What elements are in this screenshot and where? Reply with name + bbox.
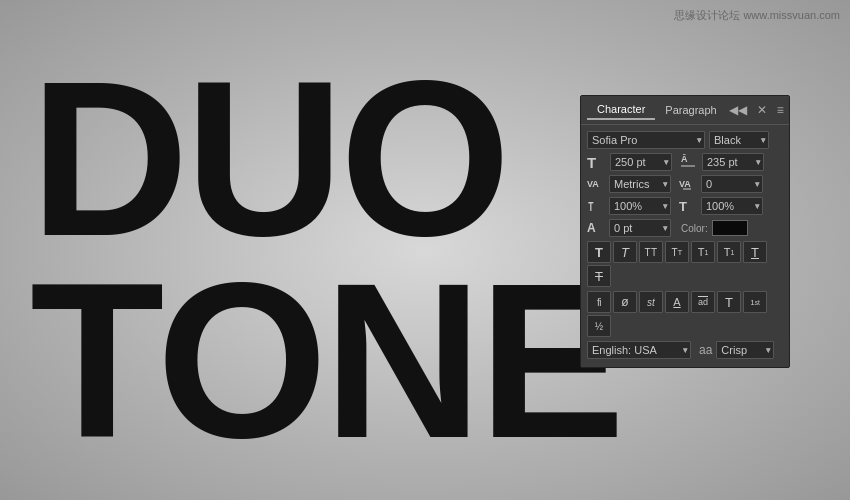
style-buttons-row1: T T TT TT T1 T1 T T bbox=[587, 241, 783, 287]
font-row: Sofia Pro ▾ Black ▾ bbox=[587, 131, 783, 149]
leading-select[interactable]: 235 pt bbox=[702, 153, 764, 171]
style-oldstyle[interactable]: ad bbox=[691, 291, 715, 313]
style-strikethrough[interactable]: T bbox=[587, 265, 611, 287]
tracking-icon: VA bbox=[679, 177, 697, 191]
horiz-scale-select[interactable]: 100% bbox=[701, 197, 763, 215]
style-small-caps[interactable]: TT bbox=[665, 241, 689, 263]
font-style-select[interactable]: Black bbox=[709, 131, 769, 149]
panel-tabs: Character Paragraph bbox=[587, 100, 727, 120]
vert-scale-icon: T bbox=[587, 199, 605, 214]
kerning-icon: VA bbox=[587, 179, 605, 189]
kerning-select[interactable]: Metrics bbox=[609, 175, 671, 193]
leading-icon: Ā bbox=[680, 154, 698, 170]
duo-text: DUO bbox=[30, 58, 507, 260]
baseline-color-row: A 0 pt ▾ Color: bbox=[587, 219, 783, 237]
canvas-background: 思缘设计论坛 www.missvuan.com DUO TONE Charact… bbox=[0, 0, 850, 500]
baseline-select[interactable]: 0 pt bbox=[609, 219, 671, 237]
panel-menu-icon[interactable]: ≡ bbox=[775, 103, 786, 117]
panel-body: Sofia Pro ▾ Black ▾ T 250 pt bbox=[581, 125, 789, 367]
horiz-scale-icon: T bbox=[679, 199, 697, 214]
style-fractions[interactable]: ½ bbox=[587, 315, 611, 337]
color-label: Color: bbox=[681, 223, 708, 234]
panel-collapse-icon[interactable]: ◀◀ bbox=[727, 103, 749, 117]
language-wrap: English: USA ▾ bbox=[587, 341, 691, 359]
scale-row: T 100% ▾ T 100% ▾ bbox=[587, 197, 783, 215]
svg-text:Ā: Ā bbox=[681, 154, 688, 164]
panel-titlebar-icons: ◀◀ ✕ ≡ bbox=[727, 103, 786, 117]
style-titling[interactable]: T bbox=[717, 291, 741, 313]
vert-scale-wrap: 100% ▾ bbox=[609, 197, 671, 215]
style-underline[interactable]: T bbox=[743, 241, 767, 263]
tab-character[interactable]: Character bbox=[587, 100, 655, 120]
panel-close-icon[interactable]: ✕ bbox=[755, 103, 769, 117]
font-name-select[interactable]: Sofia Pro bbox=[587, 131, 705, 149]
tracking-svg-icon: VA bbox=[679, 177, 695, 191]
tab-paragraph[interactable]: Paragraph bbox=[655, 100, 726, 120]
svg-text:VA: VA bbox=[679, 179, 691, 189]
style-superscript2[interactable]: 1st bbox=[743, 291, 767, 313]
baseline-icon: A bbox=[587, 221, 605, 235]
color-swatch[interactable] bbox=[712, 220, 748, 236]
style-faux-italic[interactable]: T bbox=[613, 241, 637, 263]
size-select[interactable]: 250 pt bbox=[610, 153, 672, 171]
language-row: English: USA ▾ aa Crisp None Sharp Stron… bbox=[587, 341, 783, 359]
size-icon: T bbox=[587, 155, 605, 170]
style-ordinals[interactable]: A bbox=[665, 291, 689, 313]
size-wrap: 250 pt ▾ bbox=[610, 153, 672, 171]
tone-text: TONE bbox=[30, 260, 621, 462]
style-all-caps[interactable]: TT bbox=[639, 241, 663, 263]
font-name-wrap: Sofia Pro ▾ bbox=[587, 131, 705, 149]
language-select[interactable]: English: USA bbox=[587, 341, 691, 359]
aa-icon: aa bbox=[699, 343, 712, 357]
character-panel: Character Paragraph ◀◀ ✕ ≡ Sofia Pro ▾ bbox=[580, 95, 790, 368]
baseline-wrap: 0 pt ▾ bbox=[609, 219, 671, 237]
style-buttons-row2: fi ø st A ad T 1st ½ bbox=[587, 291, 783, 337]
tracking-select[interactable]: 0 bbox=[701, 175, 763, 193]
style-faux-bold[interactable]: T bbox=[587, 241, 611, 263]
size-leading-row: T 250 pt ▾ Ā 235 pt ▾ bbox=[587, 153, 783, 171]
horiz-scale-wrap: 100% ▾ bbox=[701, 197, 763, 215]
leading-svg-icon: Ā bbox=[680, 154, 696, 170]
style-superscript[interactable]: T1 bbox=[691, 241, 715, 263]
style-contextual[interactable]: ø bbox=[613, 291, 637, 313]
antialiasing-wrap: Crisp None Sharp Strong Smooth ▾ bbox=[716, 341, 774, 359]
vert-scale-select[interactable]: 100% bbox=[609, 197, 671, 215]
kerning-tracking-row: VA Metrics ▾ VA 0 ▾ bbox=[587, 175, 783, 193]
style-subscript[interactable]: T1 bbox=[717, 241, 741, 263]
tracking-wrap: 0 ▾ bbox=[701, 175, 763, 193]
panel-titlebar: Character Paragraph ◀◀ ✕ ≡ bbox=[581, 96, 789, 125]
leading-wrap: 235 pt ▾ bbox=[702, 153, 764, 171]
style-discretionary[interactable]: st bbox=[639, 291, 663, 313]
kerning-wrap: Metrics ▾ bbox=[609, 175, 671, 193]
antialiasing-select[interactable]: Crisp None Sharp Strong Smooth bbox=[716, 341, 774, 359]
style-ligatures[interactable]: fi bbox=[587, 291, 611, 313]
font-style-wrap: Black ▾ bbox=[709, 131, 769, 149]
